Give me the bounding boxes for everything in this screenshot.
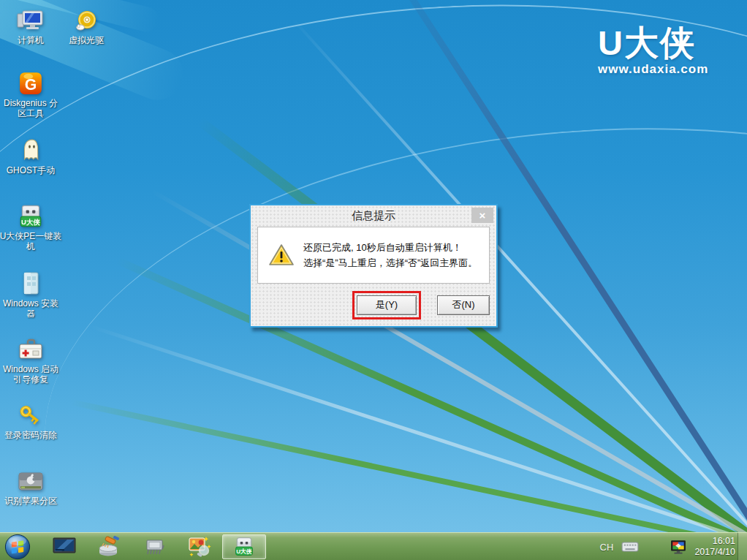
desktop-icon-label: GHOST手动 <box>7 165 56 175</box>
svg-text:U大侠: U大侠 <box>21 218 40 226</box>
taskbar: U大侠 CH 16: <box>0 532 747 560</box>
desktop-icon-label: 登录密码清除 <box>4 430 57 440</box>
start-orb-icon <box>4 534 31 560</box>
desktop-icon-label: U大侠PE一键装机 <box>0 231 62 251</box>
disk-cleanup-icon <box>96 536 121 558</box>
dialog-titlebar: 信息提示 × <box>251 205 496 226</box>
info-dialog: 信息提示 × 还原已完成, 10秒后自动重启计算机！ 选择“是”马上重启，选择“… <box>249 204 498 328</box>
udaxia-pe-usb-icon: U大侠 <box>18 200 44 230</box>
svg-text:U大侠: U大侠 <box>236 548 252 555</box>
svg-text:G: G <box>25 76 37 94</box>
desktop-icon-label: Windows 启动引导修复 <box>0 364 62 385</box>
dialog-message-panel: 还原已完成, 10秒后自动重启计算机！ 选择“是”马上重启，选择“否”返回主界面… <box>257 227 490 284</box>
display-settings-icon[interactable] <box>670 540 686 554</box>
ghost-icon <box>18 135 43 164</box>
windows-installer-icon <box>19 268 42 297</box>
start-button[interactable] <box>3 533 32 560</box>
dialog-message: 还原已完成, 10秒后自动重启计算机！ 选择“是”马上重启，选择“否”返回主界面… <box>303 240 477 270</box>
dialog-title: 信息提示 <box>352 209 395 223</box>
show-desktop-app-icon <box>53 537 76 556</box>
virtual-cd-drive-icon <box>74 4 99 34</box>
desktop-icon-label: 识别苹果分区 <box>4 496 57 506</box>
desktop-icon-udaxia-pe[interactable]: U大侠 U大侠PE一键装机 <box>0 200 62 251</box>
dialog-message-line1: 还原已完成, 10秒后自动重启计算机！ <box>303 240 477 255</box>
yes-button[interactable]: 是(Y) <box>357 295 417 315</box>
language-indicator[interactable]: CH <box>600 542 614 553</box>
desktop-icon-password-clear[interactable]: 登录密码清除 <box>0 399 62 440</box>
warning-icon <box>268 243 295 267</box>
desktop-icon-label: 计算机 <box>18 35 44 45</box>
diskgenius-icon: G <box>18 67 43 97</box>
taskbar-disk-tool[interactable] <box>96 533 122 560</box>
desktop-icon-diskgenius[interactable]: G Diskgenius 分区工具 <box>0 67 62 118</box>
show-desktop-button[interactable] <box>737 533 747 560</box>
close-icon[interactable]: × <box>471 208 493 223</box>
desktop-icon-computer[interactable]: 计算机 <box>0 4 62 45</box>
taskbar-udaxia-app-active[interactable]: U大侠 <box>222 534 266 559</box>
desktop-icon-label: Diskgenius 分区工具 <box>0 98 62 118</box>
tray-clock[interactable]: 16:01 2017/4/10 <box>694 536 735 558</box>
taskbar-image-tool[interactable] <box>186 533 213 560</box>
boot-repair-icon <box>17 333 45 363</box>
no-button[interactable]: 否(N) <box>437 295 490 315</box>
desktop-icon-virtual-cd[interactable]: 虚拟光驱 <box>55 4 118 45</box>
desktop-icon-apple-partition[interactable]: 识别苹果分区 <box>0 465 62 506</box>
dialog-message-line2: 选择“是”马上重启，选择“否”返回主界面。 <box>303 255 477 270</box>
desktop-icon-label: 虚拟光驱 <box>69 35 104 45</box>
desktop-icon-label: Windows 安装器 <box>0 298 62 319</box>
password-key-icon <box>17 399 45 428</box>
desktop-icon-ghost[interactable]: GHOST手动 <box>0 135 62 175</box>
desktop-wallpaper: U大侠 www.udaxia.com 计算机 <box>0 0 747 560</box>
keyboard-icon[interactable] <box>621 541 639 553</box>
desktop-icon-windows-installer[interactable]: Windows 安装器 <box>0 268 62 319</box>
udaxia-logo: U大侠 www.udaxia.com <box>598 25 708 77</box>
apple-partition-icon <box>17 465 45 494</box>
taskbar-memory-tool[interactable] <box>141 533 169 560</box>
taskbar-show-desktop-app[interactable] <box>51 533 77 560</box>
memory-chip-icon <box>143 537 167 557</box>
image-viewer-icon <box>187 535 212 559</box>
desktop-icon-boot-repair[interactable]: Windows 启动引导修复 <box>0 333 62 385</box>
tray-date: 2017/4/10 <box>694 547 735 558</box>
udaxia-app-icon: U大侠 <box>233 536 255 558</box>
logo-subtitle: www.udaxia.com <box>598 62 708 77</box>
system-tray: CH 16:01 2017/4/10 <box>600 533 735 560</box>
computer-icon <box>17 4 45 34</box>
tray-time: 16:01 <box>694 536 735 547</box>
logo-title: U大侠 <box>598 25 708 61</box>
